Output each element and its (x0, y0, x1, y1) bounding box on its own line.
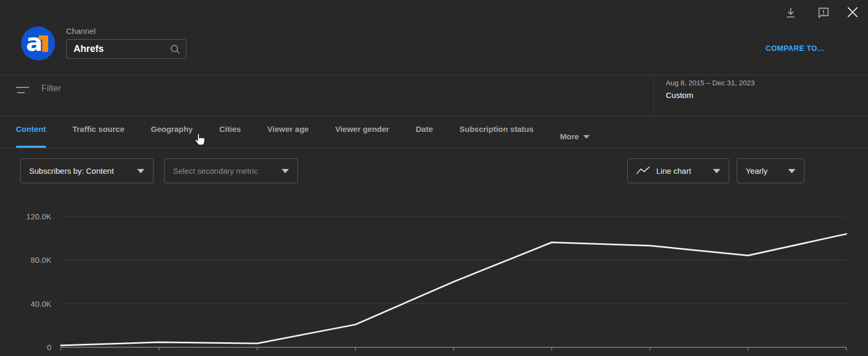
tab-subscription-status[interactable]: Subscription status (459, 116, 534, 148)
date-range-text: Aug 8, 2015 – Dec 31, 2023 (666, 79, 862, 87)
y-tick-label: 120.0K (26, 212, 51, 221)
line-chart-icon (636, 166, 650, 176)
chart-type-dropdown[interactable]: Line chart (627, 158, 729, 183)
chevron-down-icon (282, 169, 289, 173)
logo-orange-notch (39, 35, 42, 40)
ahrefs-logo: a (21, 26, 55, 60)
logo-orange-bar (42, 35, 48, 52)
secondary-metric-placeholder: Select secondary metric (173, 166, 258, 175)
logo-letter: a (26, 28, 43, 57)
compare-to-link[interactable]: COMPARE TO... (766, 44, 824, 52)
tab-geography[interactable]: Geography (151, 116, 193, 148)
tab-more[interactable]: More (560, 116, 590, 148)
feedback-icon[interactable] (816, 5, 831, 20)
secondary-metric-dropdown[interactable]: Select secondary metric (164, 158, 298, 183)
y-tick-label: 80.0K (31, 255, 51, 264)
tab-content[interactable]: Content (16, 116, 46, 148)
tab-date[interactable]: Date (415, 116, 433, 148)
tab-cities[interactable]: Cities (219, 116, 241, 148)
tab-more-label: More (560, 132, 579, 141)
dimension-tabs: ContentTraffic sourceGeographyCitiesView… (0, 116, 868, 148)
filter-input[interactable] (40, 83, 519, 94)
tabs-divider (0, 148, 868, 148)
chevron-down-icon (788, 169, 795, 173)
channel-label: Channel (66, 26, 96, 35)
filter-date-divider (654, 75, 654, 116)
channel-search-input[interactable] (67, 43, 170, 55)
primary-metric-dropdown[interactable]: Subscribers by: Content (20, 158, 153, 183)
channel-search-box[interactable] (66, 39, 186, 59)
date-preset-text: Custom (666, 91, 862, 100)
tab-viewer-gender[interactable]: Viewer gender (335, 116, 389, 148)
granularity-dropdown[interactable]: Yearly (737, 158, 804, 183)
primary-metric-label: Subscribers by: Content (29, 166, 114, 175)
chart-type-label: Line chart (656, 166, 691, 175)
chevron-down-icon (713, 169, 720, 173)
filter-bar: Aug 8, 2015 – Dec 31, 2023 Custom (0, 75, 868, 116)
chevron-down-icon (583, 135, 590, 139)
filter-lines-icon (16, 85, 30, 95)
y-tick-label: 40.0K (31, 299, 51, 308)
date-range-picker[interactable]: Aug 8, 2015 – Dec 31, 2023 Custom (666, 78, 862, 113)
subscribers-line-chart[interactable]: 040.0K80.0K120.0K (0, 196, 868, 356)
subscribers-series-line (61, 234, 846, 345)
download-icon[interactable] (783, 5, 798, 20)
granularity-label: Yearly (746, 166, 767, 175)
y-tick-label: 0 (47, 343, 51, 352)
close-icon[interactable] (845, 4, 861, 20)
chevron-down-icon (137, 169, 144, 173)
tab-traffic-source[interactable]: Traffic source (73, 116, 124, 148)
tab-viewer-age[interactable]: Viewer age (267, 116, 309, 148)
search-icon (170, 44, 180, 55)
